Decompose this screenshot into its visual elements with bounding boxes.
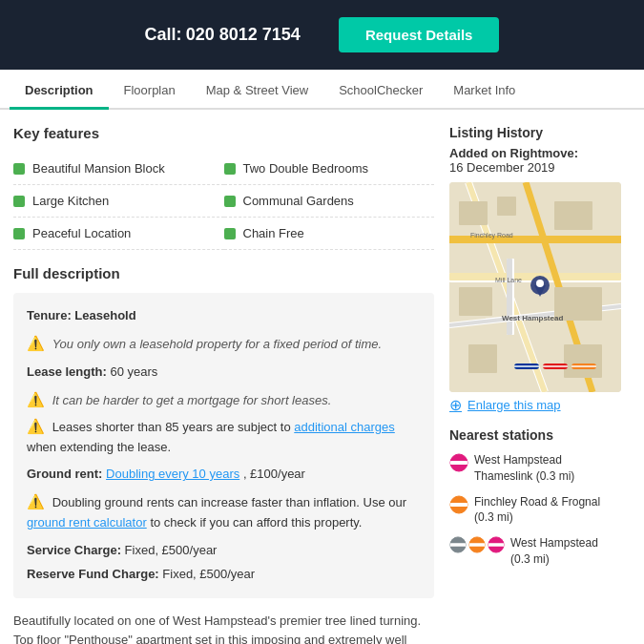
service-charge-label: Service Charge: bbox=[27, 543, 125, 557]
map-svg: Finchley Road Mill Lane West Hampstead bbox=[449, 182, 621, 392]
svg-rect-37 bbox=[469, 543, 485, 547]
lease-note1: It can be harder to get a mortgage for s… bbox=[52, 393, 332, 407]
lease-label: Lease length: bbox=[27, 364, 110, 379]
tab-floorplan[interactable]: Floorplan bbox=[109, 73, 191, 110]
feature-dot-icon bbox=[13, 163, 25, 175]
station-icons bbox=[449, 495, 468, 514]
overground-icon-2 bbox=[468, 536, 486, 553]
lease-value: 60 years bbox=[110, 364, 157, 379]
list-item: Two Double Bedrooms bbox=[224, 153, 435, 185]
ground-rent-note: Doubling ground rents can increase faste… bbox=[52, 495, 406, 509]
svg-rect-16 bbox=[468, 344, 497, 373]
ground-rent-calculator-link[interactable]: ground rent calculator bbox=[27, 515, 147, 530]
feature-dot-icon bbox=[13, 196, 25, 207]
tenure-value: Leasehold bbox=[74, 308, 135, 322]
left-column: Key features Beautiful Mansion Block Two… bbox=[13, 125, 434, 644]
station-distance: (0.3 mi) bbox=[474, 510, 513, 524]
ground-rent-suffix: , £100/year bbox=[243, 467, 305, 481]
station-distance: (0.3 mi) bbox=[536, 469, 575, 483]
lease-note2-end: when extending the lease. bbox=[27, 440, 171, 454]
reserve-fund-label: Reserve Fund Charge: bbox=[27, 567, 162, 581]
warning-icon-4: ⚠️ bbox=[27, 493, 45, 509]
svg-rect-11 bbox=[459, 201, 488, 225]
tabs-bar: Description Floorplan Map & Street View … bbox=[0, 73, 644, 110]
map-container[interactable]: Finchley Road Mill Lane West Hampstead bbox=[449, 182, 621, 392]
description-box: Tenure: Leasehold ⚠️ You only own a leas… bbox=[13, 293, 434, 598]
thameslink-icon bbox=[449, 453, 468, 472]
svg-rect-14 bbox=[554, 201, 592, 230]
station-item: West Hampstead Thameslink (0.3 mi) bbox=[449, 452, 631, 485]
station-name: Finchley Road & Frognal bbox=[474, 495, 600, 509]
list-item: Peaceful Location bbox=[13, 218, 224, 250]
feature-label: Peaceful Location bbox=[32, 226, 131, 240]
added-on-label: Added on Rightmove: bbox=[449, 146, 631, 160]
magnify-icon: ⊕ bbox=[449, 396, 462, 414]
station-line: Thameslink bbox=[474, 469, 536, 483]
list-item: Beautiful Mansion Block bbox=[13, 153, 224, 185]
warning-icon-3: ⚠️ bbox=[27, 418, 45, 434]
station-item: Finchley Road & Frognal (0.3 mi) bbox=[449, 494, 631, 527]
station-name: West Hampstead bbox=[474, 453, 562, 467]
phone-number: 020 8012 7154 bbox=[186, 25, 301, 44]
feature-label: Large Kitchen bbox=[32, 194, 109, 208]
thameslink-icon-2 bbox=[488, 536, 505, 553]
lease-note2: Leases shorter than 85 years are subject… bbox=[52, 420, 295, 434]
tenure-label: Tenure: bbox=[27, 308, 74, 322]
station-name-dist: Finchley Road & Frognal (0.3 mi) bbox=[474, 494, 600, 527]
description-paragraph: Beautifully located on one of West Hamps… bbox=[13, 612, 434, 644]
tab-description[interactable]: Description bbox=[10, 73, 109, 110]
full-description-title: Full description bbox=[13, 265, 434, 281]
feature-label: Beautiful Mansion Block bbox=[32, 161, 165, 176]
request-details-button[interactable]: Request Details bbox=[339, 17, 500, 52]
station-distance: (0.3 mi) bbox=[510, 552, 550, 566]
station-name-dist: West Hampstead Thameslink (0.3 mi) bbox=[474, 452, 574, 485]
listing-history-title: Listing History bbox=[449, 125, 631, 140]
svg-point-23 bbox=[536, 280, 544, 287]
enlarge-map-label: Enlarge this map bbox=[467, 398, 561, 412]
ground-rent-note-end: to check if you can afford this property… bbox=[150, 515, 362, 530]
tab-market-info[interactable]: Market Info bbox=[438, 73, 530, 110]
call-info: Call: 020 8012 7154 bbox=[145, 25, 301, 45]
feature-dot-icon bbox=[224, 163, 236, 175]
added-on-date: 16 December 2019 bbox=[449, 160, 631, 175]
main-content: Key features Beautiful Mansion Block Two… bbox=[0, 110, 644, 644]
feature-label: Chain Free bbox=[243, 226, 304, 240]
svg-rect-35 bbox=[450, 543, 466, 547]
feature-label: Communal Gardens bbox=[243, 194, 354, 208]
warning-icon-2: ⚠️ bbox=[27, 391, 45, 407]
reserve-fund-value: Fixed, £500/year bbox=[162, 567, 255, 581]
station-name-dist: West Hampstead (0.3 mi) bbox=[510, 535, 598, 568]
tab-map-street-view[interactable]: Map & Street View bbox=[191, 73, 323, 110]
tenure-note: You only own a leasehold property for a … bbox=[52, 337, 382, 351]
doubling-rent-link[interactable]: Doubling every 10 years bbox=[106, 467, 239, 481]
right-column: Listing History Added on Rightmove: 16 D… bbox=[449, 125, 631, 644]
nearest-stations-title: Nearest stations bbox=[449, 427, 631, 443]
station-item: West Hampstead (0.3 mi) bbox=[449, 535, 631, 568]
key-features-title: Key features bbox=[13, 125, 434, 141]
svg-text:Finchley Road: Finchley Road bbox=[470, 232, 513, 239]
feature-dot-icon bbox=[13, 228, 25, 239]
station-icons bbox=[449, 453, 468, 472]
enlarge-map-button[interactable]: ⊕ Enlarge this map bbox=[449, 396, 631, 414]
list-item: Large Kitchen bbox=[13, 185, 224, 218]
feature-dot-icon bbox=[224, 196, 236, 207]
svg-text:West Hampstead: West Hampstead bbox=[502, 314, 563, 322]
page-header: Call: 020 8012 7154 Request Details bbox=[0, 0, 644, 70]
svg-rect-12 bbox=[497, 197, 516, 216]
svg-rect-31 bbox=[450, 461, 467, 465]
feature-label: Two Double Bedrooms bbox=[243, 161, 369, 176]
svg-rect-39 bbox=[488, 543, 504, 547]
ground-rent-label: Ground rent: bbox=[27, 467, 106, 481]
svg-text:Mill Lane: Mill Lane bbox=[495, 277, 522, 283]
service-charge-value: Fixed, £500/year bbox=[125, 543, 218, 557]
list-item: Communal Gardens bbox=[224, 185, 435, 218]
overground-icon bbox=[449, 495, 468, 514]
tab-school-checker[interactable]: SchoolChecker bbox=[323, 73, 438, 110]
station-icons bbox=[449, 536, 505, 553]
jubilee-icon bbox=[449, 536, 467, 553]
station-name: West Hampstead bbox=[510, 536, 598, 550]
svg-rect-6 bbox=[507, 259, 512, 335]
additional-charges-link[interactable]: additional charges bbox=[294, 420, 395, 434]
features-grid: Beautiful Mansion Block Two Double Bedro… bbox=[13, 153, 434, 250]
list-item: Chain Free bbox=[224, 218, 435, 250]
